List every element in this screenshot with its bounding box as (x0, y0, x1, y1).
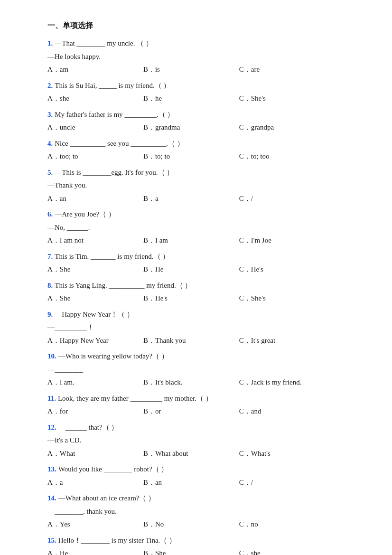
question-num-11: 11. (47, 395, 56, 402)
option-11-C: C．and (239, 405, 354, 418)
options-row-12: A．WhatB．What aboutC．What's (47, 448, 354, 460)
option-10-A: A．I am. (47, 376, 143, 389)
question-line-10-1: —________ (47, 364, 354, 376)
options-row-5: A．anB．aC．/ (47, 193, 354, 205)
option-14-C: C．no (239, 518, 354, 531)
options-row-11: A．forB．orC．and (47, 405, 354, 418)
option-3-A: A．uncle (47, 122, 143, 134)
option-4-B: B．to; to (143, 151, 239, 163)
question-line-5-0: 5.—This is ________egg. It's for you.（ ） (47, 167, 354, 179)
option-13-A: A．a (47, 477, 143, 489)
question-line-1-0: 1.—That ________ my uncle. （ ） (47, 38, 354, 50)
question-line-9-0: 9.—Happy New Year！（ ） (47, 309, 354, 321)
option-8-B: B．He's (143, 292, 239, 305)
option-7-A: A．She (47, 263, 143, 276)
question-line-11-0: 11.Look, they are my father _________ my… (47, 393, 354, 405)
question-block-5: 5.—This is ________egg. It's for you.（ ）… (47, 167, 354, 205)
option-13-C: C．/ (239, 477, 354, 489)
question-text-6: —Are you Joe?（ ） (55, 210, 115, 218)
option-14-A: A．Yes (47, 518, 143, 531)
question-line-4-0: 4.Nice __________ see you __________.（ ） (47, 138, 354, 150)
question-line-9-1: —_________！ (47, 321, 354, 334)
option-7-B: B．He (143, 263, 239, 276)
question-num-2: 2. (47, 82, 53, 89)
option-4-C: C．to; too (239, 151, 354, 163)
option-10-C: C．Jack is my friend. (239, 376, 354, 389)
question-line-14-1: —________, thank you. (47, 506, 354, 518)
option-9-C: C．It's great (239, 335, 354, 347)
option-6-C: C．I'm Joe (239, 235, 354, 247)
question-text-9: —Happy New Year！（ ） (55, 310, 134, 318)
question-num-7: 7. (47, 253, 53, 260)
option-3-C: C．grandpa (239, 122, 354, 134)
options-row-2: A．sheB．heC．She's (47, 93, 354, 105)
option-3-B: B．grandma (143, 122, 239, 134)
question-block-7: 7.This is Tim. _______ is my friend.（ ）A… (47, 251, 354, 276)
question-line-7-0: 7.This is Tim. _______ is my friend.（ ） (47, 251, 354, 263)
option-15-B: B．She (143, 547, 239, 555)
question-num-15: 15. (47, 536, 56, 544)
question-num-4: 4. (47, 140, 53, 147)
option-1-C: C．are (239, 64, 354, 76)
option-10-B: B．It's black. (143, 376, 239, 389)
question-block-12: 12.—______ that?（ ）—It's a CD.A．WhatB．Wh… (47, 422, 354, 460)
question-text-7: This is Tim. _______ is my friend.（ ） (55, 253, 169, 260)
option-15-A: A．He (47, 547, 143, 555)
question-line-10-0: 10.—Who is wearing yellow today?（ ） (47, 350, 354, 363)
question-line-3-0: 3.My father's father is my _________.（ ） (47, 109, 354, 121)
options-row-4: A．too; toB．to; toC．to; too (47, 151, 354, 163)
question-num-10: 10. (47, 352, 56, 360)
question-block-9: 9.—Happy New Year！（ ）—_________！A．Happy … (47, 309, 354, 347)
question-block-3: 3.My father's father is my _________.（ ）… (47, 109, 354, 134)
options-row-6: A．I am notB．I amC．I'm Joe (47, 235, 354, 247)
options-row-9: A．Happy New YearB．Thank youC．It's great (47, 335, 354, 347)
question-text-15: Hello！________ is my sister Tina.（ ） (58, 536, 176, 544)
question-num-13: 13. (47, 465, 56, 473)
question-num-14: 14. (47, 494, 56, 502)
question-block-10: 10.—Who is wearing yellow today?（ ）—____… (47, 350, 354, 389)
option-8-A: A．She (47, 292, 143, 305)
question-block-13: 13.Would you like ________ robot?（ ）A．aB… (47, 463, 354, 489)
question-line-13-0: 13.Would you like ________ robot?（ ） (47, 463, 354, 476)
question-text-2: This is Su Hai, _____ is my friend.（ ） (55, 82, 170, 89)
question-block-6: 6.—Are you Joe?（ ）—No, ______.A．I am not… (47, 208, 354, 247)
option-5-A: A．an (47, 193, 143, 205)
question-text-4: Nice __________ see you __________.（ ） (55, 140, 184, 147)
option-11-B: B．or (143, 405, 239, 418)
question-line-6-1: —No, ______. (47, 222, 354, 234)
question-block-14: 14.—What about an ice cream?（ ）—________… (47, 492, 354, 531)
question-line-1-1: —He looks happy. (47, 51, 354, 63)
question-num-8: 8. (47, 282, 53, 289)
question-line-14-0: 14.—What about an ice cream?（ ） (47, 492, 354, 505)
options-row-7: A．SheB．HeC．He's (47, 263, 354, 276)
options-row-8: A．SheB．He'sC．She's (47, 292, 354, 305)
option-12-A: A．What (47, 448, 143, 460)
options-row-10: A．I am.B．It's black.C．Jack is my friend. (47, 376, 354, 389)
question-num-6: 6. (47, 210, 53, 218)
question-text-10: —Who is wearing yellow today?（ ） (58, 352, 168, 360)
options-row-15: A．HeB．SheC．she (47, 547, 354, 555)
question-text-8: This is Yang Ling. __________ my friend.… (55, 282, 192, 289)
options-row-14: A．YesB．NoC．no (47, 518, 354, 531)
question-line-12-0: 12.—______ that?（ ） (47, 422, 354, 434)
options-row-3: A．uncleB．grandmaC．grandpa (47, 122, 354, 134)
option-6-B: B．I am (143, 235, 239, 247)
option-12-C: C．What's (239, 448, 354, 460)
question-block-11: 11.Look, they are my father _________ my… (47, 393, 354, 418)
question-text-13: Would you like ________ robot?（ ） (58, 465, 168, 473)
option-9-A: A．Happy New Year (47, 335, 143, 347)
question-num-9: 9. (47, 310, 53, 318)
question-block-4: 4.Nice __________ see you __________.（ ）… (47, 138, 354, 163)
question-block-2: 2.This is Su Hai, _____ is my friend.（ ）… (47, 80, 354, 105)
option-6-A: A．I am not (47, 235, 143, 247)
question-line-6-0: 6.—Are you Joe?（ ） (47, 208, 354, 221)
options-row-1: A．amB．isC．are (47, 64, 354, 76)
option-13-B: B．an (143, 477, 239, 489)
option-1-A: A．am (47, 64, 143, 76)
options-row-13: A．aB．anC．/ (47, 477, 354, 489)
option-11-A: A．for (47, 405, 143, 418)
question-line-5-1: —Thank you. (47, 179, 354, 192)
question-text-3: My father's father is my _________.（ ） (55, 111, 174, 118)
option-14-B: B．No (143, 518, 239, 531)
question-text-11: Look, they are my father _________ my mo… (58, 395, 213, 402)
